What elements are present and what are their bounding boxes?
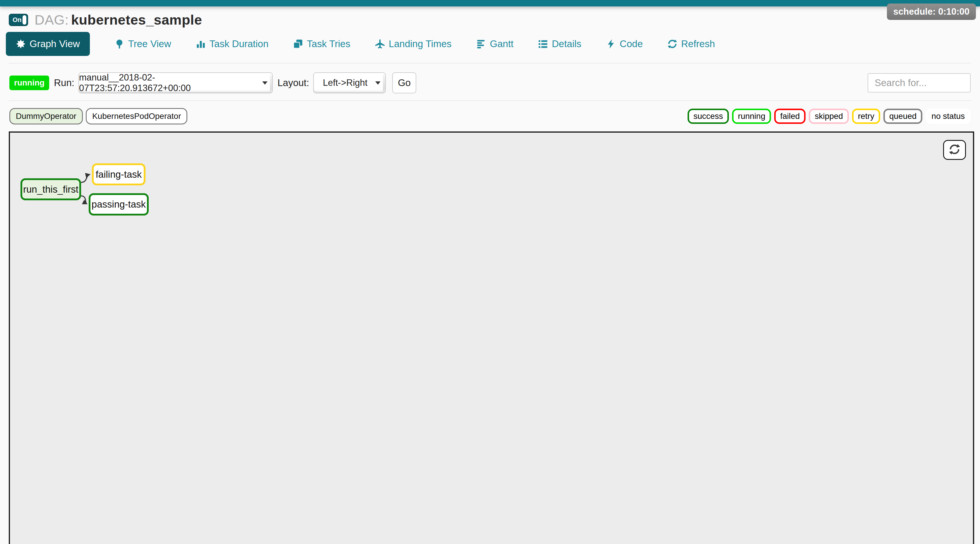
refresh-icon <box>667 39 677 49</box>
layout-label: Layout: <box>277 77 309 88</box>
status-pill-skipped: skipped <box>809 109 849 124</box>
dag-graph-canvas[interactable]: run_this_first failing-task passing-task <box>9 132 974 544</box>
go-button[interactable]: Go <box>392 72 416 94</box>
run-select-value: manual__2018-02-07T23:57:20.913672+00:00 <box>79 72 261 94</box>
task-node-label: run_this_first <box>23 184 78 195</box>
status-pill-retry: retry <box>852 109 880 124</box>
dag-prefix-label: DAG: <box>35 12 69 27</box>
clone-icon <box>293 39 303 49</box>
plane-icon <box>375 39 385 49</box>
tab-task-tries[interactable]: Task Tries <box>293 38 350 49</box>
edge-run-to-passing <box>81 196 87 204</box>
tab-label: Graph View <box>30 38 80 49</box>
run-status-badge: running <box>10 76 49 90</box>
status-pill-failed: failed <box>774 109 805 124</box>
task-node-run-this-first[interactable]: run_this_first <box>21 178 81 200</box>
run-controls: running Run: manual__2018-02-07T23:57:20… <box>10 72 970 94</box>
tab-label: Gantt <box>490 38 514 49</box>
bolt-icon <box>606 39 616 49</box>
status-pill-no-status: no status <box>926 109 970 124</box>
tab-label: Details <box>552 38 581 49</box>
operator-legend-dummy: DummyOperator <box>10 108 83 124</box>
toggle-knob <box>22 15 26 25</box>
graph-refresh-button[interactable] <box>943 140 966 160</box>
tab-tree-view[interactable]: Tree View <box>115 38 171 49</box>
tab-label: Task Tries <box>307 38 350 49</box>
layout-select[interactable]: Left->Right <box>313 72 386 94</box>
toggle-on-label: On <box>13 16 22 24</box>
tab-label: Refresh <box>681 38 715 49</box>
status-pill-running: running <box>732 109 771 124</box>
tab-label: Task Duration <box>210 38 269 49</box>
select-track <box>383 75 385 91</box>
task-node-passing-task[interactable]: passing-task <box>89 193 149 215</box>
tab-details[interactable]: Details <box>538 38 581 49</box>
search-input[interactable] <box>868 73 970 92</box>
select-track <box>270 75 272 91</box>
tab-code[interactable]: Code <box>606 38 643 49</box>
sunburst-icon <box>16 39 26 49</box>
operator-legend-kubernetespod: KubernetesPodOperator <box>86 108 188 124</box>
dag-name: kubernetes_sample <box>71 12 202 27</box>
chevron-down-icon <box>375 81 380 84</box>
tab-task-duration[interactable]: Task Duration <box>196 38 269 49</box>
run-select[interactable]: manual__2018-02-07T23:57:20.913672+00:00 <box>78 72 273 94</box>
view-tabs: Graph View Tree View Task Duration Task … <box>6 32 980 56</box>
edge-run-to-failing <box>81 175 89 182</box>
run-label: Run: <box>54 77 74 88</box>
legend-row: DummyOperator KubernetesPodOperator succ… <box>10 108 970 124</box>
divider <box>9 100 971 101</box>
tab-landing-times[interactable]: Landing Times <box>375 38 452 49</box>
status-legend: success running failed skipped retry que… <box>687 109 970 124</box>
page-title: DAG:kubernetes_sample <box>35 12 202 28</box>
dag-edges <box>10 133 973 544</box>
task-node-failing-task[interactable]: failing-task <box>92 163 145 185</box>
tab-label: Tree View <box>128 38 171 49</box>
list-icon <box>538 39 548 49</box>
tab-label: Code <box>620 38 643 49</box>
bar-chart-icon <box>196 39 206 49</box>
align-left-icon <box>476 39 486 49</box>
tab-label: Landing Times <box>389 38 452 49</box>
divider <box>9 63 971 64</box>
tab-refresh[interactable]: Refresh <box>667 38 715 49</box>
tab-graph-view[interactable]: Graph View <box>6 32 90 56</box>
top-accent-bar <box>0 0 980 6</box>
chevron-down-icon <box>262 81 267 84</box>
refresh-icon <box>949 143 960 156</box>
status-pill-success: success <box>687 109 729 124</box>
tab-gantt[interactable]: Gantt <box>476 38 514 49</box>
tree-icon <box>115 39 124 49</box>
task-node-label: failing-task <box>96 169 142 180</box>
schedule-badge: schedule: 0:10:00 <box>887 3 976 20</box>
task-node-label: passing-task <box>92 199 146 210</box>
dag-header: On DAG:kubernetes_sample <box>9 12 980 28</box>
layout-select-value: Left->Right <box>323 78 368 88</box>
status-pill-queued: queued <box>883 109 922 124</box>
dag-on-off-toggle[interactable]: On <box>9 14 28 26</box>
